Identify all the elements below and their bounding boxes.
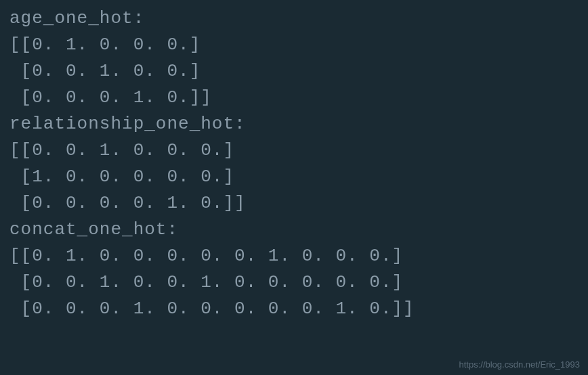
terminal-output: age_one_hot: [[0. 1. 0. 0. 0.] [0. 0. 1.… xyxy=(9,5,579,322)
output-line: [0. 0. 0. 1. 0.]] xyxy=(9,85,579,111)
output-line: [0. 0. 1. 0. 0.] xyxy=(9,58,579,85)
output-line: age_one_hot: xyxy=(9,5,579,32)
output-line: [[0. 1. 0. 0. 0. 0. 0. 1. 0. 0. 0.] xyxy=(9,243,579,269)
output-line: [0. 0. 0. 1. 0. 0. 0. 0. 0. 1. 0.]] xyxy=(9,296,579,322)
output-line: [0. 0. 0. 0. 1. 0.]] xyxy=(9,190,579,217)
output-line: [0. 0. 1. 0. 0. 1. 0. 0. 0. 0. 0.] xyxy=(9,269,579,296)
output-line: [[0. 1. 0. 0. 0.] xyxy=(9,32,579,58)
watermark-text: https://blog.csdn.net/Eric_1993 xyxy=(459,358,580,372)
output-line: [1. 0. 0. 0. 0. 0.] xyxy=(9,164,579,190)
output-line: [[0. 0. 1. 0. 0. 0.] xyxy=(9,137,579,164)
output-line: concat_one_hot: xyxy=(9,217,579,243)
output-line: relationship_one_hot: xyxy=(9,111,579,137)
